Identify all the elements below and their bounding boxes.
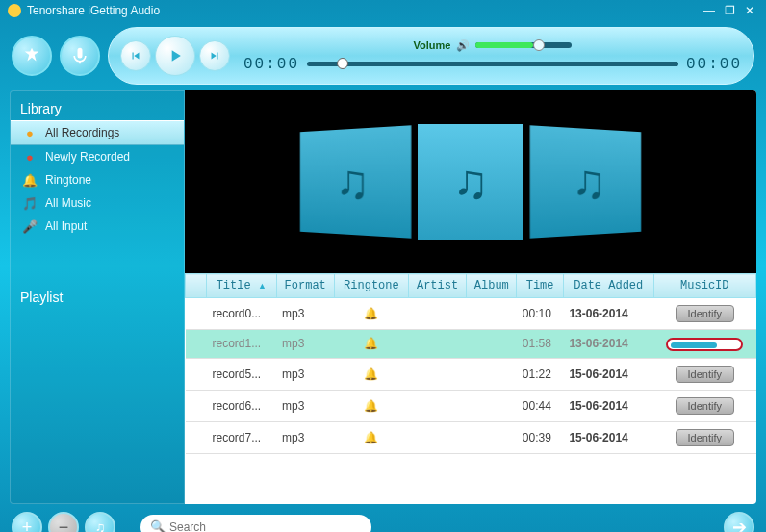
cell-time: 00:10 xyxy=(517,298,564,330)
ringtone-icon[interactable]: 🔔 xyxy=(334,298,408,330)
sort-asc-icon: ▲ xyxy=(258,281,267,291)
app-logo xyxy=(8,4,21,17)
play-button[interactable] xyxy=(155,36,195,76)
identify-button[interactable]: Identify xyxy=(676,397,734,415)
sidebar-item-icon: 🎵 xyxy=(22,195,38,211)
volume-label: Volume xyxy=(414,39,451,51)
sidebar-item-label: All Music xyxy=(45,196,91,210)
app-title: Tenorshare iGetting Audio xyxy=(27,4,160,17)
seek-slider[interactable] xyxy=(307,62,678,66)
minimize-icon[interactable]: — xyxy=(701,4,718,17)
record-mode-button[interactable] xyxy=(60,36,100,76)
cell-title: record5... xyxy=(207,358,277,390)
sidebar-item-icon: 🎤 xyxy=(22,218,38,234)
next-button[interactable] xyxy=(199,40,230,71)
cell-format: mp3 xyxy=(276,358,334,390)
time-elapsed: 00:00 xyxy=(243,56,299,73)
cover-thumb: ♫ xyxy=(541,126,632,238)
cell-title: record6... xyxy=(207,390,277,421)
album-preview: ♫ ♫ ♫ xyxy=(185,90,756,273)
bottom-bar: + − ♫ 🔍 ➔ xyxy=(0,504,766,532)
column-header[interactable]: Artist xyxy=(408,274,466,298)
cell-format: mp3 xyxy=(276,298,334,330)
cell-date: 13-06-2014 xyxy=(563,298,653,330)
sidebar-item-label: Ringtone xyxy=(45,173,91,187)
column-header[interactable]: Time xyxy=(517,274,564,298)
cell-time: 00:39 xyxy=(517,421,564,453)
prev-button[interactable] xyxy=(120,40,151,71)
sidebar-item-icon: ● xyxy=(22,125,38,140)
ringtone-icon[interactable]: 🔔 xyxy=(334,421,408,453)
search-icon: 🔍 xyxy=(150,519,166,532)
music-button[interactable]: ♫ xyxy=(85,512,115,532)
sidebar: Library ●All Recordings●Newly Recorded🔔R… xyxy=(10,90,185,504)
column-header[interactable]: Ringtone xyxy=(334,274,408,298)
table-row[interactable]: record6...mp3🔔00:4415-06-2014Identify xyxy=(186,390,756,421)
content-area: ♫ ♫ ♫ Title ▲FormatRingtoneArtistAlbumTi… xyxy=(185,90,756,504)
library-mode-button[interactable] xyxy=(12,36,52,76)
sidebar-item-all-input[interactable]: 🎤All Input xyxy=(11,215,184,238)
cell-title: record7... xyxy=(207,421,277,453)
time-total: 00:00 xyxy=(686,56,742,73)
sidebar-item-label: Newly Recorded xyxy=(45,150,130,164)
table-row[interactable]: record0...mp3🔔00:1013-06-2014Identify xyxy=(186,298,756,330)
ringtone-icon[interactable]: 🔔 xyxy=(334,358,408,390)
column-header[interactable]: Date Added xyxy=(563,274,653,298)
cell-date: 13-06-2014 xyxy=(563,330,653,359)
remove-button[interactable]: − xyxy=(48,512,79,532)
playlist-header: Playlist xyxy=(11,286,184,309)
cell-date: 15-06-2014 xyxy=(563,358,653,390)
identify-button[interactable]: Identify xyxy=(676,429,734,446)
column-header[interactable]: MusicID xyxy=(653,274,755,298)
ringtone-icon[interactable]: 🔔 xyxy=(334,330,408,359)
sidebar-item-label: All Input xyxy=(45,219,87,233)
cell-title: record0... xyxy=(207,298,277,330)
title-bar: Tenorshare iGetting Audio — ❐ ✕ xyxy=(0,0,766,21)
proceed-button[interactable]: ➔ xyxy=(724,512,754,532)
cell-time: 01:58 xyxy=(517,330,564,359)
cell-date: 15-06-2014 xyxy=(563,390,653,421)
identify-button[interactable]: Identify xyxy=(676,305,734,322)
sidebar-item-icon: ● xyxy=(22,149,38,165)
add-button[interactable]: + xyxy=(12,512,42,532)
ringtone-icon[interactable]: 🔔 xyxy=(334,390,408,421)
sidebar-item-label: All Recordings xyxy=(45,126,119,139)
cell-time: 01:22 xyxy=(517,358,564,390)
table-row[interactable]: record5...mp3🔔01:2215-06-2014Identify xyxy=(186,358,756,390)
cell-format: mp3 xyxy=(276,390,334,421)
table-row[interactable]: record1...mp3🔔01:5813-06-2014 xyxy=(186,330,756,359)
table-row[interactable]: record7...mp3🔔00:3915-06-2014Identify xyxy=(186,421,756,453)
column-header[interactable]: Album xyxy=(467,274,517,298)
track-grid: Title ▲FormatRingtoneArtistAlbumTimeDate… xyxy=(185,273,756,504)
identify-button[interactable]: Identify xyxy=(676,366,734,383)
column-header[interactable]: Format xyxy=(276,274,334,298)
library-header: Library xyxy=(11,97,184,120)
maximize-icon[interactable]: ❐ xyxy=(721,4,738,17)
cell-format: mp3 xyxy=(276,421,334,453)
search-input[interactable] xyxy=(140,515,371,532)
sidebar-item-newly-recorded[interactable]: ●Newly Recorded xyxy=(11,145,184,168)
close-icon[interactable]: ✕ xyxy=(741,4,758,17)
cell-title: record1... xyxy=(207,330,277,359)
column-header[interactable]: Title ▲ xyxy=(207,274,277,298)
identify-progress xyxy=(666,338,743,351)
cell-date: 15-06-2014 xyxy=(563,421,653,453)
sidebar-item-all-music[interactable]: 🎵All Music xyxy=(11,191,184,215)
cell-time: 00:44 xyxy=(517,390,564,421)
sidebar-item-ringtone[interactable]: 🔔Ringtone xyxy=(11,168,184,191)
cover-thumb: ♫ xyxy=(418,124,523,240)
top-panel: Volume 🔊 00:00 00:00 xyxy=(0,21,766,90)
cover-thumb: ♫ xyxy=(309,126,400,238)
volume-slider[interactable] xyxy=(475,42,572,48)
cell-format: mp3 xyxy=(276,330,334,359)
sidebar-item-all-recordings[interactable]: ●All Recordings xyxy=(11,120,184,145)
player-bar: Volume 🔊 00:00 00:00 xyxy=(108,27,754,85)
sidebar-item-icon: 🔔 xyxy=(22,172,38,188)
speaker-icon: 🔊 xyxy=(456,39,470,52)
